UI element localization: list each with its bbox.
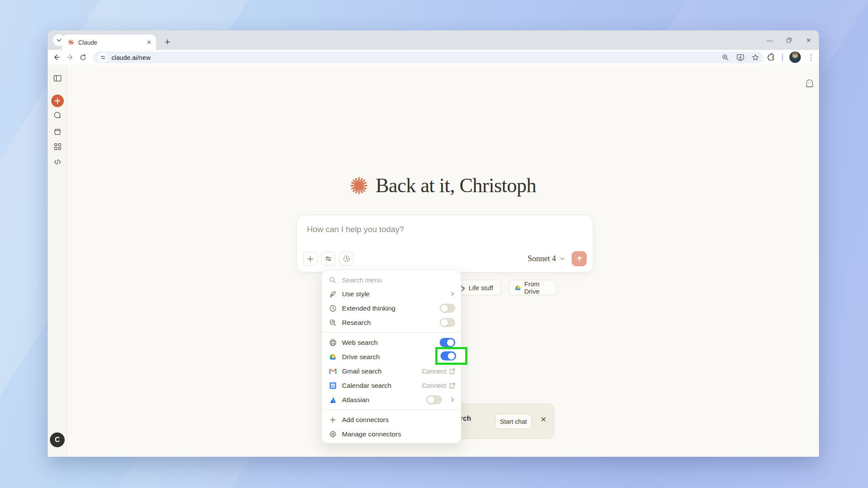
zoom-icon[interactable] (722, 54, 729, 61)
user-avatar-initial: C (55, 436, 60, 444)
projects-icon[interactable] (48, 127, 67, 136)
connect-label: Connect (422, 382, 446, 389)
model-name: Sonnet 4 (528, 254, 556, 263)
banner-close-icon[interactable]: ✕ (538, 414, 549, 425)
menu-item-label: Extended thinking (342, 305, 434, 312)
tab-title: Claude (78, 39, 147, 46)
globe-icon (329, 339, 337, 347)
composer[interactable]: How can I help you today? Sonnet 4 (296, 215, 593, 272)
page-title: Back at it, Christoph (375, 174, 536, 197)
sidebar-toggle-icon[interactable] (48, 74, 67, 83)
external-link-icon (449, 368, 455, 374)
gmail-icon (329, 368, 337, 374)
google-drive-icon (515, 285, 521, 291)
site-settings-icon[interactable] (98, 53, 108, 62)
menu-item-add-connectors[interactable]: Add connectors (322, 413, 461, 427)
window-restore-button[interactable] (785, 36, 793, 45)
atlassian-toggle[interactable] (426, 395, 442, 404)
chip-from-drive[interactable]: From Drive (509, 280, 557, 295)
greeting-row: Back at it, Christoph (67, 174, 819, 197)
menu-item-label: Add connectors (342, 416, 455, 424)
history-button[interactable] (339, 252, 354, 266)
model-selector[interactable]: Sonnet 4 (528, 254, 565, 263)
gear-icon (329, 430, 337, 438)
chip-label: From Drive (524, 280, 551, 295)
menu-item-label: Gmail search (342, 367, 417, 375)
chats-icon[interactable] (48, 111, 67, 121)
composer-placeholder[interactable]: How can I help you today? (307, 225, 404, 234)
extended-thinking-toggle[interactable] (440, 304, 455, 313)
research-toggle[interactable] (440, 318, 455, 327)
start-chat-label: Start chat (500, 418, 527, 425)
menu-search-placeholder: Search menu (342, 276, 455, 284)
menu-item-atlassian[interactable]: Atlassian (322, 393, 461, 407)
attach-button[interactable] (303, 252, 317, 266)
forward-button[interactable] (63, 51, 76, 64)
drive-search-highlight-box (435, 347, 467, 365)
menu-item-label: Manage connectors (342, 430, 455, 438)
menu-item-manage-connectors[interactable]: Manage connectors (322, 427, 461, 441)
web-search-toggle[interactable] (440, 338, 455, 347)
menu-divider (322, 332, 461, 333)
svg-text:31: 31 (331, 384, 335, 387)
back-button[interactable] (50, 51, 63, 64)
arrow-up-icon (576, 255, 583, 262)
menu-search-input[interactable]: Search menu (322, 273, 461, 287)
style-quill-icon (329, 290, 337, 298)
browser-window: Claude ✕ + — ✕ claude.ai/new (48, 30, 819, 457)
tab-claude[interactable]: Claude ✕ (62, 35, 156, 50)
calendar-connect[interactable]: Connect (422, 382, 455, 389)
menu-item-label: Web search (342, 339, 434, 347)
tab-strip: Claude ✕ + — ✕ (48, 30, 819, 50)
extensions-puzzle-icon[interactable] (767, 53, 776, 62)
code-icon[interactable] (48, 157, 67, 167)
chevron-down-icon (56, 38, 62, 43)
menu-divider (322, 409, 461, 410)
address-bar[interactable]: claude.ai/new (93, 52, 763, 63)
start-chat-button[interactable]: Start chat (495, 414, 532, 429)
search-icon (329, 276, 337, 284)
send-button[interactable] (572, 251, 587, 266)
gmail-connect[interactable]: Connect (422, 367, 455, 375)
claude-favicon (68, 39, 74, 46)
menu-item-label: Use style (342, 290, 444, 298)
url-text: claude.ai/new (112, 54, 151, 61)
reload-button[interactable] (76, 51, 89, 64)
plus-icon (329, 416, 337, 423)
menu-item-gmail-search[interactable]: Gmail search Connect (322, 364, 461, 378)
tab-close-icon[interactable]: ✕ (147, 39, 151, 46)
chevron-right-icon (450, 291, 455, 297)
chevron-right-icon (450, 397, 455, 403)
menu-item-extended-thinking[interactable]: Extended thinking (322, 301, 461, 315)
new-chat-button[interactable] (51, 95, 64, 107)
window-close-button[interactable]: ✕ (804, 36, 813, 45)
ghost-icon[interactable] (803, 77, 816, 90)
menu-item-label: Atlassian (342, 396, 421, 404)
toolbar-separator (782, 54, 783, 61)
claude-page: C Back at it, Christoph How can I help y… (48, 65, 819, 457)
user-avatar[interactable]: C (50, 432, 65, 447)
google-drive-icon (329, 354, 337, 360)
artifacts-icon[interactable] (48, 142, 67, 151)
banner-text-fragment: rch (460, 414, 471, 422)
sidebar: C (48, 65, 67, 457)
window-minimize-button[interactable]: — (765, 36, 774, 45)
claude-logo (350, 177, 368, 195)
google-calendar-icon: 31 (329, 382, 337, 389)
menu-item-research[interactable]: Research (322, 315, 461, 330)
tools-button[interactable] (321, 252, 335, 266)
install-icon[interactable] (736, 54, 744, 61)
browser-menu-icon[interactable]: ⋮ (807, 53, 815, 62)
menu-item-calendar-search[interactable]: 31 Calendar search Connect (322, 378, 461, 393)
drive-search-toggle-highlighted[interactable] (441, 351, 456, 360)
external-link-icon (449, 383, 455, 389)
clock-icon (329, 305, 337, 312)
bookmark-star-icon[interactable] (752, 54, 759, 61)
menu-item-label: Drive search (342, 353, 434, 361)
browser-profile-avatar[interactable] (789, 52, 801, 63)
menu-item-use-style[interactable]: Use style (322, 287, 461, 301)
new-tab-button[interactable]: + (161, 35, 174, 49)
connect-label: Connect (422, 367, 446, 375)
research-icon (329, 319, 337, 327)
menu-item-label: Calendar search (342, 382, 417, 390)
